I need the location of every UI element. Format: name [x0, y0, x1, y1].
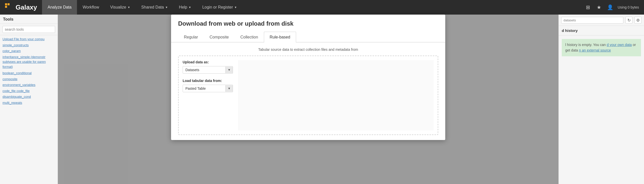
shared-data-dropdown-arrow: ▼: [165, 6, 168, 9]
svg-rect-0: [5, 3, 7, 5]
nav-right: ⊞ ★ 👤 Using 0 bytes: [584, 4, 644, 11]
modal-overlay: Download from web or upload from disk Re…: [58, 15, 558, 184]
upload-area: Upload data as: DatasetsCollections ▼ Lo…: [178, 56, 438, 135]
modal-body: Tabular source data to extract collectio…: [171, 42, 445, 140]
load-tabular-group: Load tabular data from: Pasted TableHist…: [183, 79, 233, 92]
external-source-link[interactable]: n an external source: [579, 48, 611, 52]
sidebar-item-composite[interactable]: composite: [3, 77, 55, 82]
upload-data-as-select-wrapper: DatasetsCollections ▼: [183, 66, 233, 74]
load-tabular-dropdown-arrow[interactable]: ▼: [225, 85, 233, 92]
load-tabular-select-wrapper: Pasted TableHistory DatasetURL ▼: [183, 85, 233, 92]
sidebar-item-environment-variables[interactable]: environment_variables: [3, 82, 55, 87]
star-icon[interactable]: ★: [595, 4, 602, 11]
upload-own-data-link[interactable]: d your own data: [607, 43, 632, 47]
nav-help[interactable]: Help ▼: [173, 0, 197, 15]
drop-area[interactable]: [238, 60, 434, 130]
logo[interactable]: Galaxy: [0, 0, 42, 15]
tab-regular[interactable]: Regular: [178, 32, 204, 42]
nav-visualize[interactable]: Visualize ▼: [105, 0, 136, 15]
content-area: Download from web or upload from disk Re…: [58, 15, 558, 184]
modal-title: Download from web or upload from disk: [178, 20, 438, 27]
sidebar-item-upload-file[interactable]: Upload File from your compu: [3, 37, 55, 42]
sidebar-header: Tools: [0, 15, 58, 24]
history-title: d history: [559, 26, 644, 35]
sidebar-item-color-param[interactable]: color_param: [3, 49, 55, 54]
top-navigation: Galaxy Analyze Data Workflow Visualize ▼…: [0, 0, 644, 15]
sidebar-item-code-file[interactable]: code_file code_file: [3, 88, 55, 94]
load-tabular-select[interactable]: Pasted TableHistory DatasetURL: [183, 85, 225, 92]
sidebar: Tools Upload File from your compu simple…: [0, 15, 58, 184]
svg-rect-1: [8, 3, 10, 5]
nav-login[interactable]: Login or Register ▼: [197, 0, 243, 15]
tab-rule-based[interactable]: Rule-based: [264, 32, 296, 42]
nav-workflow[interactable]: Workflow: [77, 0, 105, 15]
sidebar-item-inheritance-simple[interactable]: inheritance_simple (demonstr subtypes ar…: [3, 55, 55, 69]
visualize-dropdown-arrow: ▼: [128, 6, 130, 9]
sidebar-links: Upload File from your compu simple_const…: [0, 35, 58, 184]
svg-rect-2: [5, 6, 7, 8]
sidebar-item-disambiguate-cond[interactable]: disambiguate_cond: [3, 94, 55, 99]
history-empty-notice: l history is empty. You can d your own d…: [562, 39, 641, 56]
user-icon[interactable]: 👤: [607, 4, 614, 11]
history-empty-text: l history is empty. You can d your own d…: [565, 43, 636, 52]
nav-analyze-data[interactable]: Analyze Data: [42, 0, 77, 15]
nav-shared-data[interactable]: Shared Data ▼: [136, 0, 174, 15]
storage-usage: Using 0 bytes: [618, 5, 639, 9]
sidebar-search-container: [0, 24, 58, 35]
modal-subtitle: Tabular source data to extract collectio…: [178, 48, 438, 52]
main-layout: Tools Upload File from your compu simple…: [0, 15, 644, 184]
tab-composite[interactable]: Composite: [204, 32, 234, 42]
history-content: l history is empty. You can d your own d…: [559, 35, 644, 184]
upload-data-as-group: Upload data as: DatasetsCollections ▼: [183, 60, 233, 74]
sidebar-item-multi-repeats[interactable]: multi_repeats: [3, 100, 55, 105]
galaxy-logo-icon: [5, 3, 13, 11]
upload-data-as-label: Upload data as:: [183, 60, 233, 64]
upload-controls: Upload data as: DatasetsCollections ▼ Lo…: [183, 60, 233, 130]
refresh-icon[interactable]: ↻: [625, 17, 632, 24]
upload-data-as-select[interactable]: DatasetsCollections: [183, 66, 225, 73]
settings-icon[interactable]: ⚙: [634, 17, 641, 24]
history-search-input[interactable]: [561, 17, 623, 24]
modal-header: Download from web or upload from disk: [171, 15, 445, 32]
right-panel-toolbar: ↻ ⚙: [559, 15, 644, 26]
modal-tabs: Regular Composite Collection Rule-based: [171, 32, 445, 42]
help-dropdown-arrow: ▼: [188, 6, 191, 9]
right-panel: ↻ ⚙ d history l history is empty. You ca…: [558, 15, 644, 184]
logo-text: Galaxy: [16, 4, 37, 11]
sidebar-item-boolean-conditional[interactable]: boolean_conditional: [3, 71, 55, 76]
tab-collection[interactable]: Collection: [235, 32, 264, 42]
upload-modal: Download from web or upload from disk Re…: [171, 15, 445, 140]
login-dropdown-arrow: ▼: [234, 6, 237, 9]
load-tabular-label: Load tabular data from:: [183, 79, 233, 83]
search-input[interactable]: [3, 26, 55, 33]
nav-items: Analyze Data Workflow Visualize ▼ Shared…: [42, 0, 584, 15]
grid-icon[interactable]: ⊞: [584, 4, 591, 11]
upload-data-as-dropdown-arrow[interactable]: ▼: [225, 67, 233, 73]
sidebar-item-simple-constructs[interactable]: simple_constructs: [3, 43, 55, 48]
